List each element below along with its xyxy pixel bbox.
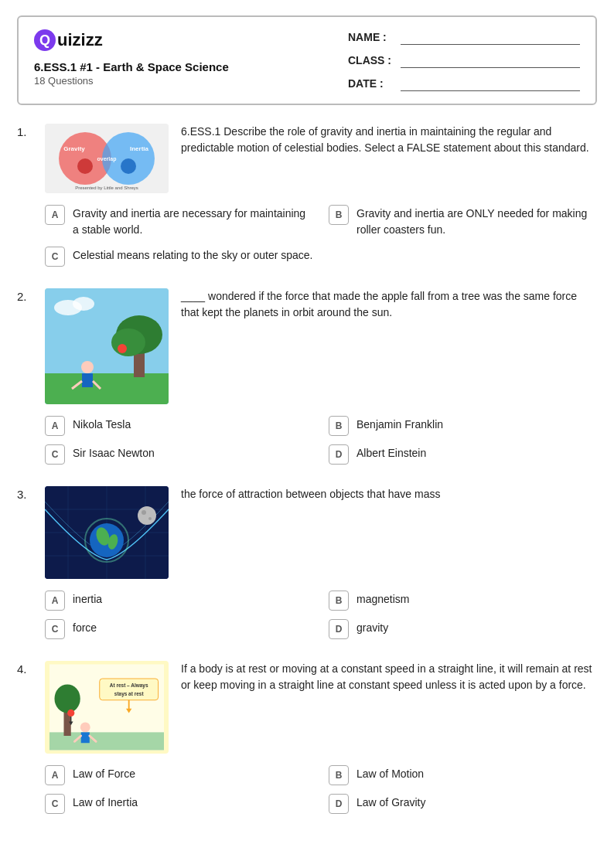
question-2-text: ____ wondered if the force that made the… — [181, 288, 597, 321]
answer-2c-bubble: C — [45, 444, 65, 465]
answer-3a-bubble: A — [45, 591, 65, 611]
answer-2a: A Nikola Tesla — [45, 415, 313, 436]
answer-1c: C Celestial means relating to the sky or… — [45, 246, 313, 267]
answer-4d-text: Law of Gravity — [356, 793, 425, 811]
answer-2d-bubble: D — [329, 444, 349, 465]
svg-text:Presented by Little and Shreys: Presented by Little and Shreys — [75, 186, 138, 190]
question-4: 4. At rest – Always — [17, 661, 597, 814]
svg-point-13 — [111, 328, 145, 356]
answer-4c-bubble: C — [45, 794, 65, 814]
svg-point-6 — [77, 158, 93, 174]
page-wrapper: Q uizizz 6.ESS.1 #1 - Earth & Space Scie… — [17, 15, 597, 814]
answer-3d-bubble: D — [329, 619, 349, 639]
answer-3b: B magnetism — [329, 590, 597, 611]
question-3: 3. — [17, 486, 597, 639]
class-field-row: CLASS : — [348, 53, 580, 68]
answer-1c-text: Celestial means relating to the sky or o… — [73, 246, 313, 264]
quizizz-logo: Q uizizz — [34, 29, 229, 51]
svg-point-31 — [138, 506, 156, 525]
answer-4a: A Law of Force — [45, 764, 313, 785]
question-1-number: 1. — [17, 124, 32, 138]
svg-point-48 — [67, 710, 74, 717]
question-3-answers: A inertia B magnetism C force D gravity — [45, 590, 597, 639]
answer-2c: C Sir Isaac Newton — [45, 444, 313, 465]
answer-4a-bubble: A — [45, 765, 65, 785]
logo-text: uizizz — [57, 30, 103, 50]
class-label: CLASS : — [348, 54, 394, 66]
svg-point-38 — [54, 684, 80, 713]
answer-3c-bubble: C — [45, 619, 65, 639]
answer-2b: B Benjamin Franklin — [329, 415, 597, 436]
answer-4b-bubble: B — [329, 765, 349, 785]
quiz-title: 6.ESS.1 #1 - Earth & Space Science — [34, 60, 229, 73]
svg-point-15 — [81, 361, 94, 373]
question-3-text: the force of attraction between objects … — [181, 486, 597, 502]
question-1-text: 6.ESS.1 Describe the role of gravity and… — [181, 124, 597, 156]
svg-text:Inertia: Inertia — [130, 145, 149, 152]
question-1-header: 1. overlap Gravity Inertia Presented — [17, 124, 597, 193]
answer-2d-text: Albert Einstein — [356, 444, 426, 461]
question-3-header: 3. — [17, 486, 597, 579]
question-4-number: 4. — [17, 661, 32, 676]
question-2: 2. — [17, 288, 597, 465]
answer-4d-bubble: D — [329, 794, 349, 814]
svg-point-33 — [148, 517, 152, 520]
header-right: NAME : CLASS : DATE : — [348, 29, 580, 91]
answer-1b: B Gravity and inertia are ONLY needed fo… — [329, 204, 597, 238]
svg-text:overlap: overlap — [97, 156, 117, 162]
answer-2b-text: Benjamin Franklin — [356, 415, 443, 433]
svg-point-14 — [118, 344, 127, 353]
header-left: Q uizizz 6.ESS.1 #1 - Earth & Space Scie… — [34, 29, 229, 87]
date-label: DATE : — [348, 77, 394, 90]
answer-3d: D gravity — [329, 618, 597, 639]
answer-3d-text: gravity — [356, 618, 388, 636]
question-2-answers: A Nikola Tesla B Benjamin Franklin C Sir… — [45, 415, 597, 465]
svg-text:Gravity: Gravity — [63, 145, 85, 152]
header-box: Q uizizz 6.ESS.1 #1 - Earth & Space Scie… — [17, 15, 597, 105]
answer-3b-bubble: B — [329, 591, 349, 611]
answer-4b: B Law of Motion — [329, 764, 597, 785]
question-4-text: If a body is at rest or moving at a cons… — [181, 661, 597, 693]
answer-3a-text: inertia — [73, 590, 102, 608]
question-2-header: 2. — [17, 288, 597, 404]
question-3-number: 3. — [17, 486, 32, 501]
answer-1a-text: Gravity and inertia are necessary for ma… — [73, 204, 313, 238]
svg-point-20 — [73, 297, 94, 311]
date-line — [401, 76, 580, 91]
svg-point-39 — [80, 722, 90, 732]
answer-2d: D Albert Einstein — [329, 444, 597, 465]
question-4-answers: A Law of Force B Law of Motion C Law of … — [45, 764, 597, 814]
class-line — [401, 53, 580, 68]
answer-1a: A Gravity and inertia are necessary for … — [45, 204, 313, 238]
svg-point-32 — [142, 510, 146, 515]
answer-2b-bubble: B — [329, 416, 349, 436]
logo-q-icon: Q — [34, 29, 56, 51]
svg-rect-10 — [45, 373, 169, 404]
answer-4a-text: Law of Force — [73, 764, 135, 782]
svg-rect-43 — [100, 679, 159, 700]
name-field-row: NAME : — [348, 29, 580, 45]
answer-3b-text: magnetism — [356, 590, 409, 608]
name-label: NAME : — [348, 31, 394, 43]
answer-4d: D Law of Gravity — [329, 793, 597, 814]
answer-3c-text: force — [73, 618, 97, 636]
question-1-image: overlap Gravity Inertia Presented by Lit… — [45, 124, 169, 193]
question-2-image — [45, 288, 169, 404]
answer-3c: C force — [45, 618, 313, 639]
answer-4c: C Law of Inertia — [45, 793, 313, 814]
date-field-row: DATE : — [348, 76, 580, 91]
answer-1b-bubble: B — [329, 205, 349, 225]
quiz-questions: 18 Questions — [34, 75, 229, 87]
svg-point-7 — [121, 158, 136, 174]
answer-3a: A inertia — [45, 590, 313, 611]
name-line — [401, 29, 580, 45]
question-3-image — [45, 486, 169, 579]
answer-2a-bubble: A — [45, 416, 65, 436]
question-4-image: At rest – Always stays at rest — [45, 661, 169, 754]
answer-2c-text: Sir Isaac Newton — [73, 444, 155, 461]
answer-4c-text: Law of Inertia — [73, 793, 138, 811]
svg-rect-16 — [82, 373, 93, 387]
answer-1a-bubble: A — [45, 205, 65, 225]
svg-text:At rest – Always: At rest – Always — [110, 682, 148, 689]
answer-1b-text: Gravity and inertia are ONLY needed for … — [356, 204, 597, 238]
